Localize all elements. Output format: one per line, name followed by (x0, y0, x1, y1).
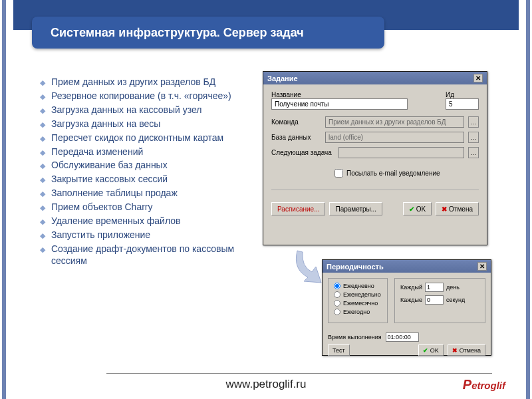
bullet-text: Прием данных из других разделов БД (51, 76, 215, 88)
logo-p: P (463, 377, 471, 392)
bullet-text: Передача изменений (51, 146, 143, 158)
ok-label: OK (416, 205, 426, 213)
list-item: ◆Запустить приложение (40, 229, 239, 241)
list-item: ◆Прием данных из других разделов БД (40, 76, 239, 88)
test-button[interactable]: Тест (328, 344, 350, 356)
every-n-field[interactable] (425, 283, 444, 292)
bullet-text: Загрузка данных на весы (51, 118, 160, 130)
every-s-field[interactable] (425, 295, 444, 305)
radio-daily[interactable] (334, 283, 340, 289)
every-s-label: Каждые (400, 297, 422, 303)
bullet-icon: ◆ (40, 146, 45, 158)
list-item: ◆Загрузка данных на кассовый узел (40, 104, 239, 116)
params-button[interactable]: Параметры... (329, 202, 382, 215)
task-dialog: Задание ✕ Название Ид Команда … База д (263, 71, 487, 245)
cross-icon: ✖ (442, 205, 447, 213)
footer-url: www.petroglif.ru (0, 378, 532, 391)
bullet-text: Закрытие кассовых сессий (51, 174, 168, 186)
check-icon: ✔ (423, 347, 428, 354)
time-field[interactable] (386, 332, 419, 342)
bullet-icon: ◆ (40, 90, 45, 102)
bullet-icon: ◆ (40, 201, 45, 213)
db-browse-button[interactable]: … (468, 132, 479, 143)
next-label: Следующая задача (271, 149, 334, 156)
radio-yearly[interactable] (334, 309, 340, 315)
schedule-button[interactable]: Расписание... (271, 202, 325, 215)
bullet-icon: ◆ (40, 188, 45, 200)
brand-logo: Petroglif (463, 377, 505, 392)
command-browse-button[interactable]: … (468, 116, 479, 128)
list-item: ◆Пересчет скидок по дисконтным картам (40, 132, 239, 144)
slide-title: Системная инфраструктура. Сервер задач (32, 17, 384, 49)
command-field[interactable] (325, 116, 464, 128)
cancel-label: Отмена (449, 205, 473, 213)
check-icon: ✔ (409, 205, 414, 213)
bullet-text: Пересчет скидок по дисконтным картам (51, 132, 223, 144)
ok-label: OK (430, 347, 439, 354)
frequency-group: Ежедневно Еженедельно Ежемесячно Ежегодн… (328, 278, 388, 323)
interval-group: Каждый день Каждые секунд (394, 278, 485, 323)
db-field[interactable] (325, 132, 464, 143)
list-item: ◆Прием объектов Charry (40, 201, 239, 213)
bullet-icon: ◆ (40, 174, 45, 186)
bullet-icon: ◆ (40, 76, 45, 88)
cancel-button[interactable]: ✖Отмена (448, 344, 485, 356)
arrow-icon (289, 249, 323, 286)
list-item: ◆Удаление временных файлов (40, 215, 239, 227)
email-checkbox[interactable] (334, 169, 343, 178)
cross-icon: ✖ (452, 347, 458, 354)
next-browse-button[interactable]: … (468, 147, 479, 158)
bullet-icon: ◆ (40, 243, 45, 267)
bullet-text: Обслуживание баз данных (51, 160, 168, 172)
list-item: ◆Загрузка данных на весы (40, 118, 239, 130)
list-item: ◆Передача изменений (40, 146, 239, 158)
radio-label: Ежемесячно (343, 300, 378, 307)
dialog-titlebar[interactable]: Задание ✕ (263, 72, 487, 84)
dialog-title: Задание (267, 74, 298, 82)
bullet-text: Резервное копирование (в т.ч. «горячее») (51, 90, 231, 102)
bullet-text: Удаление временных файлов (51, 215, 180, 227)
footer-separator (106, 373, 492, 374)
logo-rest: etroglif (471, 380, 505, 391)
next-field[interactable] (338, 147, 464, 158)
list-item: ◆Создание драфт-документов по кассовым с… (40, 243, 239, 267)
close-icon[interactable]: ✕ (477, 262, 487, 271)
radio-label: Ежедневно (343, 283, 374, 289)
email-checkbox-label: Посылать e-mail уведомление (346, 170, 440, 177)
deco-stripe-left (2, 0, 6, 399)
every-s-unit: секунд (446, 297, 465, 303)
bullet-list: ◆Прием данных из других разделов БД ◆Рез… (40, 76, 239, 269)
id-field[interactable] (446, 98, 479, 110)
bullet-icon: ◆ (40, 160, 45, 172)
bullet-icon: ◆ (40, 118, 45, 130)
radio-label: Еженедельно (343, 291, 381, 298)
id-label: Ид (446, 91, 454, 98)
bullet-text: Загрузка данных на кассовый узел (51, 104, 201, 116)
ok-button[interactable]: ✔OK (418, 344, 444, 356)
bullet-text: Создание драфт-документов по кассовым се… (51, 243, 239, 267)
ok-button[interactable]: ✔OK (403, 202, 432, 215)
close-icon[interactable]: ✕ (473, 74, 483, 82)
every-n-unit: день (446, 284, 460, 291)
name-field[interactable] (271, 98, 408, 110)
deco-stripe-right (526, 0, 530, 399)
bullet-icon: ◆ (40, 104, 45, 116)
cancel-label: Отмена (460, 347, 481, 354)
bullet-text: Запустить приложение (51, 229, 150, 241)
radio-monthly[interactable] (334, 300, 340, 307)
bullet-text: Заполнение таблицы продаж (51, 188, 178, 200)
dialog-titlebar[interactable]: Периодичность ✕ (323, 260, 491, 273)
slide: Системная инфраструктура. Сервер задач ◆… (0, 0, 532, 399)
dialog-title: Периодичность (327, 263, 384, 271)
radio-weekly[interactable] (334, 291, 340, 298)
bullet-icon: ◆ (40, 215, 45, 227)
name-label: Название (271, 91, 301, 98)
bullet-icon: ◆ (40, 132, 45, 144)
command-label: Команда (271, 118, 321, 126)
list-item: ◆Обслуживание баз данных (40, 160, 239, 172)
cancel-button[interactable]: ✖Отмена (436, 202, 479, 215)
list-item: ◆Резервное копирование (в т.ч. «горячее»… (40, 90, 239, 102)
list-item: ◆Закрытие кассовых сессий (40, 174, 239, 186)
list-item: ◆Заполнение таблицы продаж (40, 188, 239, 200)
periodicity-dialog: Периодичность ✕ Ежедневно Еженедельно Еж… (322, 259, 491, 356)
